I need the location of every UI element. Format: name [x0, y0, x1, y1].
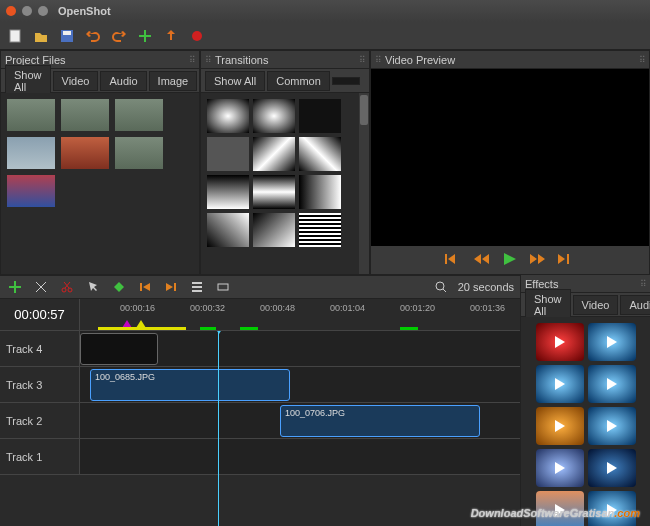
transition-thumb[interactable] [207, 137, 249, 171]
add-file-button[interactable] [136, 27, 154, 45]
ruler-tick: 00:01:04 [330, 303, 365, 313]
tab-audio[interactable]: Audio [620, 295, 650, 315]
effect-thumb[interactable] [588, 407, 636, 445]
effect-thumb[interactable] [588, 365, 636, 403]
tab-show-all[interactable]: Show All [205, 71, 265, 91]
effect-thumb[interactable] [536, 449, 584, 487]
effect-thumb[interactable] [588, 323, 636, 361]
tab-image[interactable]: Image [149, 71, 198, 91]
undo-button[interactable] [84, 27, 102, 45]
track-label[interactable]: Track 2 [0, 403, 80, 438]
open-file-button[interactable] [32, 27, 50, 45]
svg-rect-0 [10, 30, 20, 42]
timeline-ruler[interactable]: 00:00:57 00:00:16 00:00:32 00:00:48 00:0… [0, 299, 520, 331]
tab-audio[interactable]: Audio [100, 71, 146, 91]
panel-grip-icon[interactable]: ⠿ [375, 55, 381, 65]
svg-point-6 [62, 288, 66, 292]
transition-thumb[interactable] [207, 213, 249, 247]
project-file-thumb[interactable] [61, 137, 109, 169]
ruler-tick: 00:00:16 [120, 303, 155, 313]
panel-grip-icon[interactable]: ⠿ [640, 279, 646, 289]
window-maximize-button[interactable] [38, 6, 48, 16]
effect-thumb[interactable] [536, 323, 584, 361]
project-file-thumb[interactable] [115, 137, 163, 169]
panel-grip-icon[interactable]: ⠿ [189, 55, 195, 65]
cut-button[interactable] [58, 278, 76, 296]
prev-marker-button[interactable] [136, 278, 154, 296]
effects-tabs: Show All Video Audio [521, 293, 650, 317]
transition-thumb[interactable] [207, 99, 249, 133]
video-preview-area[interactable] [371, 69, 649, 246]
marker-button[interactable] [110, 278, 128, 296]
timeline-clip[interactable] [80, 333, 158, 365]
fast-forward-button[interactable] [529, 252, 547, 268]
track-body[interactable] [80, 331, 520, 366]
effects-grid [521, 317, 650, 526]
project-file-thumb[interactable] [115, 99, 163, 131]
record-button[interactable] [188, 27, 206, 45]
zoom-icon [432, 278, 450, 296]
add-track-button[interactable] [6, 278, 24, 296]
window-minimize-button[interactable] [22, 6, 32, 16]
track-row: Track 2 100_0706.JPG [0, 403, 520, 439]
project-file-thumb[interactable] [7, 99, 55, 131]
skip-start-button[interactable] [445, 252, 463, 268]
new-file-button[interactable] [6, 27, 24, 45]
track-label[interactable]: Track 1 [0, 439, 80, 474]
transition-thumb[interactable] [299, 99, 341, 133]
tab-video[interactable]: Video [573, 295, 619, 315]
next-marker-button[interactable] [162, 278, 180, 296]
tab-show-all[interactable]: Show All [525, 289, 571, 321]
track-row: Track 1 [0, 439, 520, 475]
track-body[interactable]: 100_0685.JPG [80, 367, 520, 402]
titlebar: OpenShot [0, 0, 650, 22]
project-file-thumb[interactable] [7, 137, 55, 169]
effects-panel: Effects ⠿ Show All Video Audio [520, 275, 650, 526]
svg-rect-9 [174, 283, 176, 291]
track-body[interactable]: 100_0706.JPG [80, 403, 520, 438]
razor-button[interactable] [32, 278, 50, 296]
transition-thumb[interactable] [299, 175, 341, 209]
ruler-ticks[interactable]: 00:00:16 00:00:32 00:00:48 00:01:04 00:0… [80, 299, 520, 330]
panel-grip-icon[interactable]: ⠿ [639, 55, 645, 65]
tab-common[interactable]: Common [267, 71, 330, 91]
panel-grip-icon[interactable]: ⠿ [359, 55, 365, 65]
track-label[interactable]: Track 4 [0, 331, 80, 366]
transition-thumb[interactable] [299, 213, 341, 247]
panel-grip-icon[interactable]: ⠿ [205, 55, 211, 65]
tab-blank[interactable] [332, 77, 360, 85]
window-close-button[interactable] [6, 6, 16, 16]
selection-button[interactable] [84, 278, 102, 296]
list-button[interactable] [188, 278, 206, 296]
track-label[interactable]: Track 3 [0, 367, 80, 402]
export-button[interactable] [162, 27, 180, 45]
project-files-tabs: Show All Video Audio Image [1, 69, 199, 93]
redo-button[interactable] [110, 27, 128, 45]
save-file-button[interactable] [58, 27, 76, 45]
effect-thumb[interactable] [536, 407, 584, 445]
transition-thumb[interactable] [207, 175, 249, 209]
transition-thumb[interactable] [299, 137, 341, 171]
play-button[interactable] [501, 252, 519, 268]
timeline-clip[interactable]: 100_0685.JPG [90, 369, 290, 401]
skip-end-button[interactable] [557, 252, 575, 268]
transition-thumb[interactable] [253, 99, 295, 133]
tab-video[interactable]: Video [53, 71, 99, 91]
effect-thumb[interactable] [536, 365, 584, 403]
playhead[interactable] [218, 331, 219, 526]
tab-show-all[interactable]: Show All [5, 65, 51, 97]
transition-thumb[interactable] [253, 213, 295, 247]
project-file-thumb[interactable] [61, 99, 109, 131]
effect-thumb[interactable] [588, 449, 636, 487]
scrollbar-thumb[interactable] [360, 95, 368, 125]
watermark: DownloadSoftwareGratisan.com [471, 501, 640, 522]
transition-thumb[interactable] [253, 175, 295, 209]
center-button[interactable] [214, 278, 232, 296]
rewind-button[interactable] [473, 252, 491, 268]
timeline-clip[interactable]: 100_0706.JPG [280, 405, 480, 437]
main-toolbar [0, 22, 650, 50]
track-body[interactable] [80, 439, 520, 474]
transition-thumb[interactable] [253, 137, 295, 171]
project-file-thumb[interactable] [7, 175, 55, 207]
scrollbar[interactable] [359, 93, 369, 274]
